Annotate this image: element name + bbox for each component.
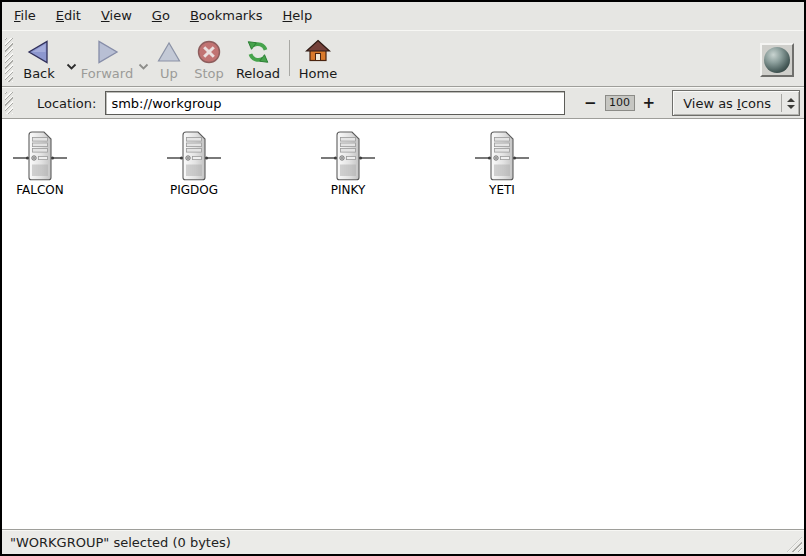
resize-grip[interactable]: [787, 537, 802, 552]
server-label: FALCON: [16, 183, 64, 197]
back-label: Back: [23, 66, 55, 81]
reload-label: Reload: [236, 66, 280, 81]
toolbar-drag-handle[interactable]: [5, 38, 13, 82]
up-icon: [156, 38, 182, 65]
forward-button: Forward: [79, 34, 135, 86]
reload-icon: [245, 38, 271, 65]
home-button[interactable]: Home: [294, 34, 342, 86]
server-label: PIGDOG: [170, 183, 218, 197]
server-item-pigdog[interactable]: PIGDOG: [164, 131, 224, 197]
server-item-falcon[interactable]: FALCON: [10, 131, 70, 197]
server-item-yeti[interactable]: YETI: [472, 131, 532, 197]
network-server-icon: [12, 131, 68, 181]
zoom-level-indicator[interactable]: 100: [605, 95, 635, 111]
zoom-in-button[interactable]: +: [638, 93, 661, 113]
zoom-out-button[interactable]: −: [579, 93, 602, 113]
up-label: Up: [160, 66, 178, 81]
location-bar-drag-handle[interactable]: [5, 92, 13, 114]
status-bar: "WORKGROUP" selected (0 bytes): [2, 529, 804, 554]
menu-go[interactable]: Go: [142, 3, 180, 29]
location-label: Location:: [37, 96, 96, 111]
server-label: YETI: [489, 183, 515, 197]
forward-label: Forward: [81, 66, 133, 81]
dropdown-arrows-icon: [782, 98, 799, 109]
throbber: [760, 43, 794, 77]
home-label: Home: [299, 66, 337, 81]
server-item-pinky[interactable]: PINKY: [318, 131, 378, 197]
forward-icon: [94, 38, 120, 65]
status-text: "WORKGROUP" selected (0 bytes): [10, 535, 231, 550]
home-icon: [305, 38, 331, 65]
location-bar: Location: − 100 + View as Icons: [2, 87, 804, 119]
main-toolbar: Back Forward Up Stop: [2, 30, 804, 87]
toolbar-spacer: [342, 34, 760, 86]
icon-view[interactable]: FALCON PIGDOG PINKY YETI: [2, 119, 804, 529]
file-manager-window: File Edit View Go Bookmarks Help Back Fo…: [0, 0, 806, 556]
menu-edit[interactable]: Edit: [46, 3, 91, 29]
menu-bar: File Edit View Go Bookmarks Help: [2, 2, 804, 30]
back-history-dropdown[interactable]: [63, 34, 79, 86]
menu-bookmarks[interactable]: Bookmarks: [180, 3, 273, 29]
globe-throbber-icon: [764, 47, 790, 73]
back-icon: [26, 38, 52, 65]
forward-history-dropdown: [135, 34, 151, 86]
zoom-control: − 100 +: [579, 93, 660, 113]
network-server-icon: [474, 131, 530, 181]
view-as-label: View as Icons: [673, 96, 781, 111]
network-server-icon: [166, 131, 222, 181]
back-button[interactable]: Back: [15, 34, 63, 86]
menu-view[interactable]: View: [91, 3, 142, 29]
menu-file[interactable]: File: [4, 3, 46, 29]
menu-help[interactable]: Help: [273, 3, 323, 29]
network-server-icon: [320, 131, 376, 181]
location-input[interactable]: [105, 91, 565, 115]
server-label: PINKY: [331, 183, 366, 197]
toolbar-separator: [289, 40, 290, 76]
up-button: Up: [151, 34, 187, 86]
stop-button: Stop: [187, 34, 231, 86]
reload-button[interactable]: Reload: [231, 34, 285, 86]
stop-icon: [196, 38, 222, 65]
view-as-dropdown[interactable]: View as Icons: [672, 90, 800, 116]
stop-label: Stop: [194, 66, 224, 81]
